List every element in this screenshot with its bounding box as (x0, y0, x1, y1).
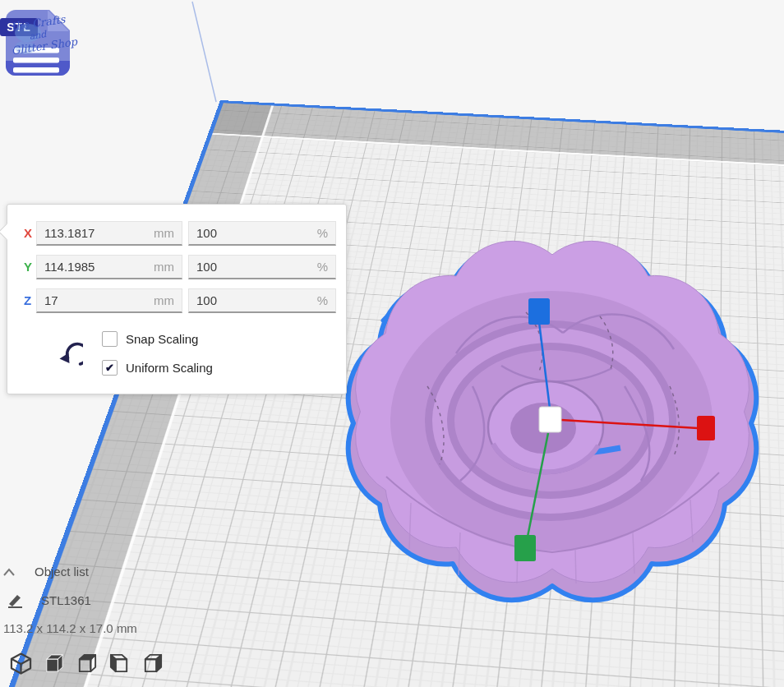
reset-icon (67, 344, 83, 364)
reset-scale-button[interactable] (47, 339, 83, 376)
y-percent-unit: % (317, 260, 328, 274)
x-size-unit: mm (154, 226, 174, 240)
checkmark: ✔ (105, 362, 114, 374)
view-orientation-toolbar (10, 652, 164, 675)
z-percent-value: 100 (196, 293, 217, 307)
front-view-icon[interactable] (43, 652, 65, 675)
y-percent-value: 100 (196, 260, 217, 274)
y-size-input[interactable]: 114.1985 mm (36, 255, 182, 279)
snap-scaling-checkbox[interactable] (102, 331, 118, 347)
x-percent-unit: % (317, 226, 328, 240)
x-percent-input[interactable]: 100 % (188, 221, 336, 246)
snap-scaling-row: Snap Scaling (102, 331, 198, 347)
right-view-icon[interactable] (141, 652, 164, 675)
pencil-icon[interactable] (7, 592, 25, 609)
scale-row-y: Y 114.1985 mm 100 % (7, 255, 346, 279)
z-size-unit: mm (154, 293, 174, 307)
scale-row-z: Z 17 mm 100 % (7, 288, 346, 313)
z-percent-unit: % (317, 293, 328, 307)
snap-scaling-label: Snap Scaling (126, 332, 198, 346)
slicer-window: X 113.1817 mm 100 % Y 114.1985 mm 100 % … (0, 0, 784, 687)
object-list-toggle[interactable]: Object list (35, 565, 89, 579)
chevron-up-icon[interactable] (2, 567, 16, 577)
uniform-scaling-row: ✔ Uniform Scaling (102, 360, 213, 376)
x-size-value: 113.1817 (44, 226, 95, 240)
uniform-scaling-checkbox[interactable]: ✔ (102, 360, 118, 376)
z-size-input[interactable]: 17 mm (36, 288, 182, 313)
x-size-input[interactable]: 113.1817 mm (36, 221, 182, 246)
stl-file-watermark: STL the Crafts and Glitter Shop (0, 0, 82, 82)
y-size-value: 114.1985 (44, 260, 95, 274)
scale-row-x: X 113.1817 mm 100 % (7, 221, 346, 246)
top-view-icon[interactable] (76, 652, 98, 675)
3d-view-icon[interactable] (10, 652, 32, 675)
uniform-scaling-label: Uniform Scaling (126, 361, 213, 375)
z-percent-input[interactable]: 100 % (188, 288, 336, 313)
left-view-icon[interactable] (108, 652, 131, 675)
model-dimensions: 113.2 x 114.2 x 17.0 mm (3, 621, 137, 635)
y-size-unit: mm (154, 260, 174, 274)
scale-tool-panel: X 113.1817 mm 100 % Y 114.1985 mm 100 % … (7, 204, 347, 394)
y-percent-input[interactable]: 100 % (188, 255, 336, 279)
x-percent-value: 100 (196, 226, 217, 240)
z-size-value: 17 (44, 293, 58, 307)
object-list-item[interactable]: STL1361 (41, 593, 91, 607)
